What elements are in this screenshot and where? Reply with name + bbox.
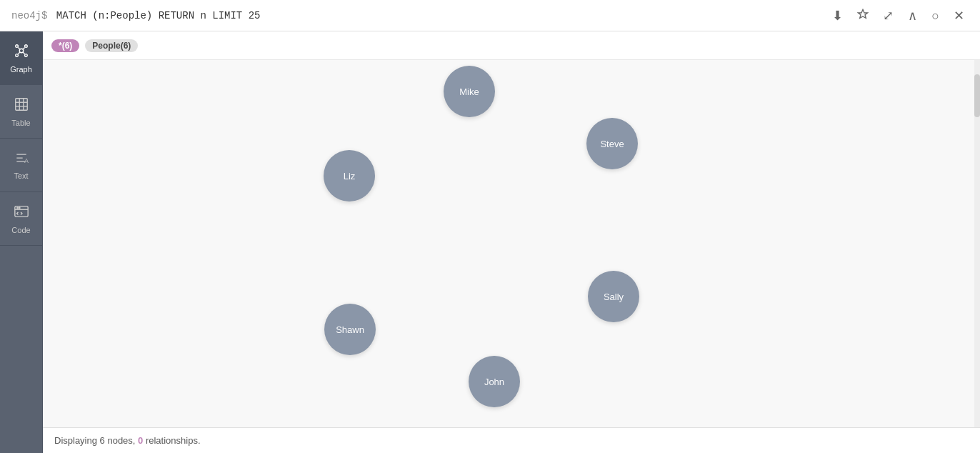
node-mike[interactable]: Mike [444, 66, 495, 117]
sidebar-item-code[interactable]: Code [0, 192, 43, 246]
graph-canvas[interactable]: MikeSteveLizSallyShawnJohn [43, 60, 980, 427]
sidebar-text-label: Text [14, 171, 28, 180]
node-steve[interactable]: Steve [586, 118, 638, 169]
status-suffix: relationships. [143, 435, 200, 446]
sidebar-item-table[interactable]: Table [0, 85, 43, 139]
svg-point-1 [15, 44, 18, 47]
query-display: neo4j$ MATCH (n:People) RETURN n LIMIT 2… [11, 10, 260, 21]
svg-line-8 [22, 51, 24, 54]
expand-button[interactable]: ⤢ [879, 6, 898, 25]
scrollbar-thumb[interactable] [974, 74, 980, 117]
content-area: *(6) People(6) MikeSteveLizSallyShawnJoh… [43, 31, 980, 453]
pin-button[interactable] [853, 6, 873, 25]
text-icon: A [14, 151, 29, 169]
badge-people[interactable]: People(6) [85, 39, 138, 52]
badge-all[interactable]: *(6) [51, 39, 79, 52]
node-liz[interactable]: Liz [324, 150, 375, 201]
node-john[interactable]: John [469, 356, 520, 407]
download-button[interactable]: ⬇ [828, 6, 847, 25]
sidebar-table-label: Table [11, 119, 30, 127]
status-text: Displaying 6 nodes, 0 relationships. [54, 435, 201, 446]
header: neo4j$ MATCH (n:People) RETURN n LIMIT 2… [0, 0, 980, 31]
header-actions: ⬇ ⤢ ∧ ○ ✕ [828, 6, 969, 25]
sidebar-item-graph[interactable]: Graph [0, 31, 43, 85]
svg-rect-9 [15, 98, 27, 110]
graph-toolbar: *(6) People(6) [43, 31, 980, 60]
code-icon [14, 204, 29, 223]
status-prefix: Displaying 6 nodes, [54, 435, 138, 446]
svg-line-5 [18, 47, 20, 49]
query-text: MATCH (n:People) RETURN n LIMIT 25 [50, 10, 260, 21]
sidebar-item-text[interactable]: A Text [0, 139, 43, 192]
svg-text:A: A [24, 156, 29, 164]
main-area: Graph Table A Text [0, 31, 980, 453]
svg-point-3 [15, 54, 18, 56]
sidebar-graph-label: Graph [10, 65, 32, 74]
table-icon [14, 96, 29, 116]
node-sally[interactable]: Sally [588, 271, 639, 322]
svg-point-2 [24, 44, 27, 47]
status-bar: Displaying 6 nodes, 0 relationships. [43, 427, 980, 453]
close-button[interactable]: ✕ [949, 6, 969, 25]
query-prompt: neo4j$ [11, 10, 47, 21]
graph-icon [14, 43, 29, 62]
sidebar: Graph Table A Text [0, 31, 43, 453]
sidebar-code-label: Code [11, 226, 30, 234]
collapse-button[interactable]: ∧ [904, 6, 921, 25]
svg-point-18 [19, 207, 19, 208]
node-shawn[interactable]: Shawn [324, 304, 376, 355]
scrollbar[interactable] [974, 60, 980, 427]
svg-point-4 [24, 54, 27, 56]
refresh-button[interactable]: ○ [927, 6, 944, 25]
svg-line-6 [22, 47, 24, 49]
svg-point-17 [16, 207, 17, 208]
svg-line-7 [18, 51, 20, 54]
